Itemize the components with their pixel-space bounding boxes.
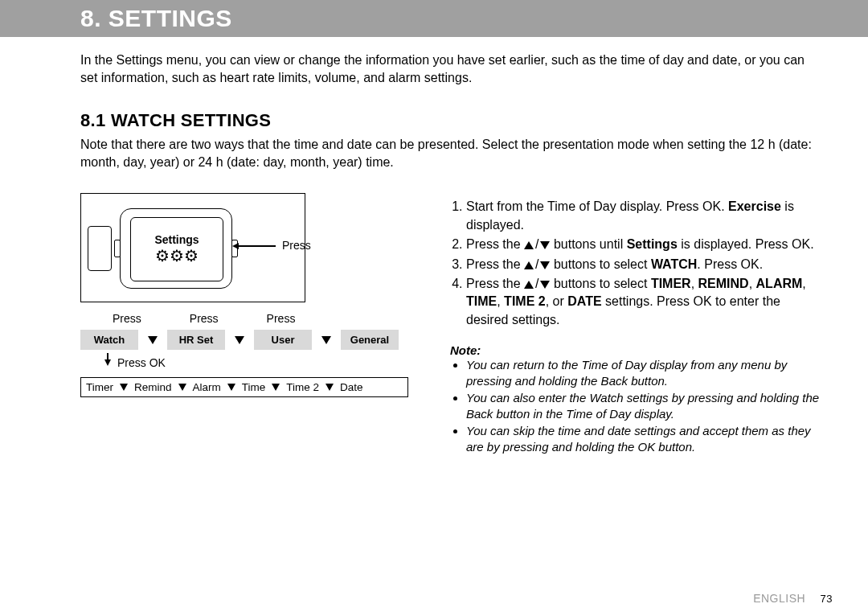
- menu-user: User: [254, 330, 312, 350]
- chapter-header: 8. SETTINGS: [0, 0, 868, 37]
- section-paragraph: Note that there are two ways that the ti…: [80, 136, 820, 170]
- triangle-up-icon: [524, 241, 534, 249]
- triangle-down-icon: [148, 336, 158, 344]
- note-item: You can also enter the Watch settings by…: [466, 390, 820, 421]
- chapter-title: 8. SETTINGS: [80, 5, 232, 32]
- note-list: You can return to the Time of Day displa…: [450, 357, 820, 454]
- step-1: Start from the Time of Day display. Pres…: [466, 198, 820, 234]
- menu-hrset: HR Set: [167, 330, 225, 350]
- note-item: You can skip the time and date settings …: [466, 423, 820, 454]
- triangle-up-icon: [524, 261, 534, 269]
- triangle-down-icon: [120, 384, 128, 391]
- gear-icon: ⚙⚙⚙: [155, 246, 199, 265]
- triangle-down-icon: [540, 241, 550, 249]
- figure-column: Settings ⚙⚙⚙ Press Press Press Press Wat…: [80, 193, 418, 456]
- press-labels-row: Press Press Press: [80, 312, 418, 325]
- step-4: Press the / buttons to select TIMER, REM…: [466, 275, 820, 329]
- top-menu-row: Watch HR Set User General: [80, 330, 418, 350]
- press-ok-label: Press OK: [117, 356, 166, 369]
- section-heading: 8.1 WATCH SETTINGS: [80, 110, 820, 131]
- triangle-down-icon: [326, 384, 334, 391]
- menu-watch: Watch: [80, 330, 138, 350]
- step-list: Start from the Time of Day display. Pres…: [450, 198, 820, 329]
- press-label: Press: [282, 239, 311, 252]
- page-number: 73: [821, 593, 833, 605]
- triangle-down-icon: [272, 384, 280, 391]
- press-ok-row: Press OK: [80, 356, 418, 369]
- triangle-down-icon: [235, 336, 244, 344]
- sub-menu-row: Timer Remind Alarm Time Time 2 Date: [80, 377, 408, 397]
- triangle-up-icon: [524, 281, 534, 289]
- step-3: Press the / buttons to select WATCH. Pre…: [466, 256, 820, 273]
- intro-paragraph: In the Settings menu, you can view or ch…: [80, 51, 820, 86]
- menu-general: General: [341, 330, 399, 350]
- triangle-down-icon: [321, 336, 331, 344]
- note-heading: Note:: [450, 343, 820, 357]
- watch-illustration: Settings ⚙⚙⚙ Press: [80, 193, 305, 302]
- triangle-down-icon: [227, 384, 235, 391]
- note-item: You can return to the Time of Day displa…: [466, 357, 820, 388]
- triangle-down-icon: [540, 281, 550, 289]
- footer-language: ENGLISH: [753, 592, 805, 605]
- page-footer: ENGLISH 73: [753, 592, 833, 605]
- instructions-column: Start from the Time of Day display. Pres…: [450, 193, 820, 456]
- triangle-down-icon: [540, 261, 550, 269]
- step-2: Press the / buttons until Settings is di…: [466, 236, 820, 253]
- arrow-down-icon: [104, 359, 111, 366]
- arrow-left-icon: [239, 245, 276, 247]
- watch-screen-text: Settings: [154, 233, 199, 246]
- triangle-down-icon: [178, 384, 186, 391]
